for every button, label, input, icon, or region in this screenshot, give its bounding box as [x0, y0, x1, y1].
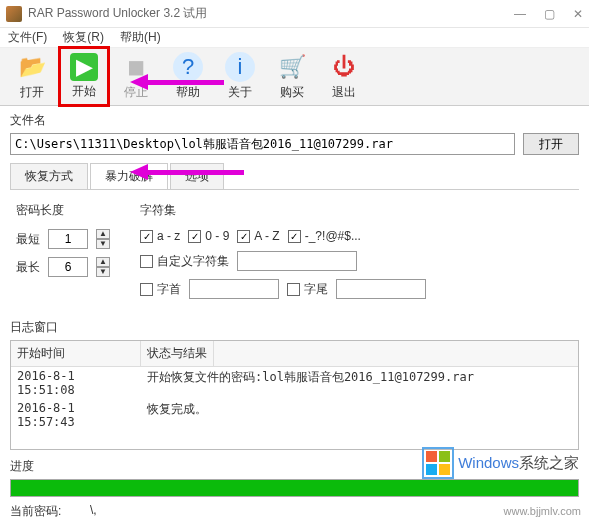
menu-restore[interactable]: 恢复(R)	[63, 29, 104, 46]
min-row: 最短 ▲▼	[16, 229, 110, 249]
about-button[interactable]: i 关于	[214, 48, 266, 105]
tab-recover-method[interactable]: 恢复方式	[10, 163, 88, 189]
chk-suffix[interactable]: 字尾	[287, 281, 328, 298]
chk-AZ[interactable]: ✓A - Z	[237, 229, 279, 243]
minimize-button[interactable]: —	[514, 7, 526, 21]
tabs: 恢复方式 暴力破解 选项	[10, 163, 579, 190]
info-icon: i	[225, 52, 255, 82]
help-label: 帮助	[176, 84, 200, 101]
chk-az[interactable]: ✓a - z	[140, 229, 180, 243]
length-heading: 密码长度	[16, 202, 110, 219]
log-box: 开始时间 状态与结果 2016-8-1 15:51:08 开始恢复文件的密码:l…	[10, 340, 579, 450]
min-input[interactable]	[48, 229, 88, 249]
chk-sym[interactable]: ✓-_?!@#$...	[288, 229, 361, 243]
watermark-logo: Windows系统之家	[422, 447, 579, 479]
file-row: 打开	[10, 133, 579, 155]
spin-up-icon[interactable]: ▲	[96, 229, 110, 239]
tab-options[interactable]: 选项	[170, 163, 224, 189]
cur-pw-label: 当前密码:	[10, 503, 70, 520]
chk-custom[interactable]: 自定义字符集	[140, 253, 229, 270]
watermark-url: www.bjjmlv.com	[504, 505, 581, 517]
prefix-input[interactable]	[189, 279, 279, 299]
stop-icon: ◼	[121, 52, 151, 82]
stop-label: 停止	[124, 84, 148, 101]
file-label: 文件名	[10, 112, 579, 129]
progress-bar	[10, 479, 579, 497]
custom-charset-row: 自定义字符集	[140, 251, 426, 271]
toolbar: 📂 打开 ▶ 开始 ◼ 停止 ? 帮助 i 关于 🛒 购买 ⏻ 退出	[0, 48, 589, 106]
charset-column: 字符集 ✓a - z ✓0 - 9 ✓A - Z ✓-_?!@#$... 自定义…	[140, 202, 426, 299]
start-button[interactable]: ▶ 开始	[58, 46, 110, 107]
title-bar: RAR Password Unlocker 3.2 试用 — ▢ ✕	[0, 0, 589, 28]
help-button[interactable]: ? 帮助	[162, 48, 214, 105]
suffix-input[interactable]	[336, 279, 426, 299]
play-icon: ▶	[70, 53, 98, 81]
buy-label: 购买	[280, 84, 304, 101]
exit-button[interactable]: ⏻ 退出	[318, 48, 370, 105]
menu-bar: 文件(F) 恢复(R) 帮助(H)	[0, 28, 589, 48]
cart-icon: 🛒	[277, 52, 307, 82]
log-head-status: 状态与结果	[141, 341, 214, 366]
custom-charset-input[interactable]	[237, 251, 357, 271]
log-row: 2016-8-1 15:57:43 恢复完成。	[11, 399, 578, 431]
max-label: 最长	[16, 259, 40, 276]
spin-down-icon[interactable]: ▼	[96, 267, 110, 277]
spin-up-icon[interactable]: ▲	[96, 257, 110, 267]
log-msg: 恢复完成。	[141, 399, 578, 431]
file-open-button[interactable]: 打开	[523, 133, 579, 155]
about-label: 关于	[228, 84, 252, 101]
chk-09[interactable]: ✓0 - 9	[188, 229, 229, 243]
settings-panel: 密码长度 最短 ▲▼ 最长 ▲▼ 字符集 ✓a - z ✓0 - 9 ✓A - …	[10, 198, 579, 303]
log-row: 2016-8-1 15:51:08 开始恢复文件的密码:lol韩服语音包2016…	[11, 367, 578, 399]
menu-file[interactable]: 文件(F)	[8, 29, 47, 46]
maximize-button[interactable]: ▢	[544, 7, 555, 21]
progress-fill	[11, 480, 578, 496]
min-label: 最短	[16, 231, 40, 248]
cur-pw-value: \,	[90, 503, 140, 520]
app-icon	[6, 6, 22, 22]
log-section-label: 日志窗口	[10, 319, 579, 336]
open-button[interactable]: 📂 打开	[6, 48, 58, 105]
log-time: 2016-8-1 15:51:08	[11, 367, 141, 399]
close-button[interactable]: ✕	[573, 7, 583, 21]
chk-prefix[interactable]: 字首	[140, 281, 181, 298]
log-msg: 开始恢复文件的密码:lol韩服语音包2016_11@107299.rar	[141, 367, 578, 399]
log-time: 2016-8-1 15:57:43	[11, 399, 141, 431]
log-head-time: 开始时间	[11, 341, 141, 366]
windows-logo-icon	[422, 447, 454, 479]
charset-heading: 字符集	[140, 202, 426, 219]
max-spinner[interactable]: ▲▼	[96, 257, 110, 277]
file-path-input[interactable]	[10, 133, 515, 155]
log-header: 开始时间 状态与结果	[11, 341, 578, 367]
folder-open-icon: 📂	[17, 52, 47, 82]
window-controls: — ▢ ✕	[514, 7, 583, 21]
help-icon: ?	[173, 52, 203, 82]
menu-help[interactable]: 帮助(H)	[120, 29, 161, 46]
affix-row: 字首 字尾	[140, 279, 426, 299]
open-label: 打开	[20, 84, 44, 101]
max-row: 最长 ▲▼	[16, 257, 110, 277]
length-column: 密码长度 最短 ▲▼ 最长 ▲▼	[16, 202, 110, 299]
charset-row-1: ✓a - z ✓0 - 9 ✓A - Z ✓-_?!@#$...	[140, 229, 426, 243]
tab-brute-force[interactable]: 暴力破解	[90, 163, 168, 189]
start-label: 开始	[72, 83, 96, 100]
spin-down-icon[interactable]: ▼	[96, 239, 110, 249]
status-rows: 当前密码: \, 当前速度: 27 密码/每秒	[10, 501, 579, 523]
window-title: RAR Password Unlocker 3.2 试用	[28, 5, 514, 22]
min-spinner[interactable]: ▲▼	[96, 229, 110, 249]
buy-button[interactable]: 🛒 购买	[266, 48, 318, 105]
stop-button[interactable]: ◼ 停止	[110, 48, 162, 105]
exit-label: 退出	[332, 84, 356, 101]
exit-icon: ⏻	[329, 52, 359, 82]
max-input[interactable]	[48, 257, 88, 277]
